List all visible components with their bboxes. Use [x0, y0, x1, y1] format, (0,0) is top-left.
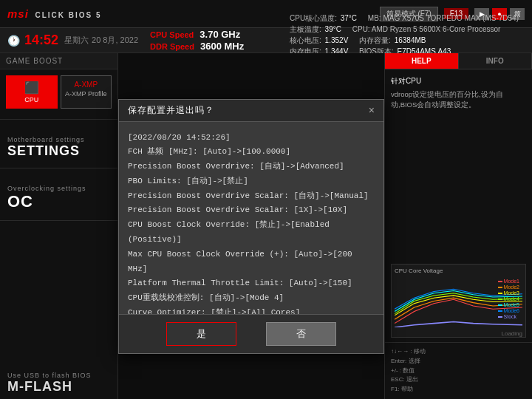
- legend-item: Mode2: [498, 284, 519, 290]
- main-layout: GAME BOOST ⬛ CPU A-XMP A-XMP Profile Mot…: [0, 53, 532, 399]
- legend-item: Mode5: [498, 302, 519, 307]
- ddr-speed-value: 3600 MHz: [200, 41, 244, 52]
- help-title: 针对CPU: [391, 75, 526, 86]
- core-volt-row: 核心电压: 1.352V 内存容量: 16384MB: [290, 35, 519, 46]
- modal-content-line: Precision Boost Overdrive Scalar: [1X]->…: [128, 203, 375, 218]
- nav-hint: +/- : 数值: [391, 366, 526, 376]
- modal-content-line: Precision Boost Overdrive: [自动]->[Advanc…: [128, 160, 375, 174]
- datetime-bar: 🕐 14:52 星期六 20 8月, 2022 CPU Speed 3.70 G…: [0, 28, 532, 53]
- help-text: vdroop设定提电压的百分比,设为自动,BIOS会自动调整设定。: [391, 89, 526, 111]
- cpu-speed-label: CPU Speed: [150, 30, 194, 39]
- modal-content-line: CPU Boost Clock Override: [禁止]->[Enabled…: [128, 218, 375, 248]
- help-tab[interactable]: HELP: [385, 53, 459, 69]
- modal-content-line: [2022/08/20 14:52:26]: [128, 131, 375, 146]
- board-temp-row: 主板温度: 39°C CPU: AMD Ryzen 5 5600X 6-Core…: [290, 24, 519, 35]
- divider-2: [0, 168, 117, 168]
- center-content: 保存配置并退出吗？ × [2022/08/20 14:52:26]FCH 基频 …: [118, 53, 384, 399]
- nav-hint: F1: 帮助: [391, 385, 526, 395]
- current-time: 14:52: [24, 33, 58, 48]
- weekday: 星期六: [64, 35, 89, 46]
- help-info-tabs: HELP INFO: [385, 53, 532, 69]
- cpu-voltage-chart: CPU Core Voltage Mode1Mode2Mode3Mode4Mod…: [391, 264, 526, 338]
- cpu-tab-label: CPU: [10, 96, 54, 103]
- modal-overlay: 保存配置并退出吗？ × [2022/08/20 14:52:26]FCH 基频 …: [118, 53, 384, 399]
- right-panel: HELP INFO 针对CPU vdroop设定提电压的百分比,设为自动,BIO…: [384, 53, 532, 399]
- sidebar: GAME BOOST ⬛ CPU A-XMP A-XMP Profile Mot…: [0, 53, 118, 399]
- modal-content-line: Platform Thermal Throttle Limit: [Auto]-…: [128, 276, 375, 291]
- brand-logo: msi CLICK BIOS 5: [7, 7, 102, 20]
- ddr-speed-label: DDR Speed: [150, 42, 194, 51]
- divider-1: [0, 119, 117, 120]
- clock-icon: 🕐: [7, 35, 20, 47]
- modal-content-line: Precision Boost Overdrive Scalar: [自动]->…: [128, 189, 375, 204]
- nav-hint: ESC: 退出: [391, 375, 526, 385]
- settings-section[interactable]: Motherboard settings SETTINGS: [0, 127, 117, 163]
- cpu-ddr-speeds: CPU Speed 3.70 GHz DDR Speed 3600 MHz: [150, 29, 244, 52]
- nav-hint: Enter: 选择: [391, 357, 526, 366]
- navigation-hints: ↑↓←→ : 移动Enter: 选择+/- : 数值ESC: 退出F1: 帮助: [385, 342, 532, 399]
- flash-label: Use USB to flash BIOS: [7, 372, 110, 379]
- mflash-section[interactable]: Use USB to flash BIOS M-FLASH: [0, 363, 117, 399]
- legend-item: Mode4: [498, 296, 519, 301]
- axmp-icon: A-XMP: [64, 81, 109, 89]
- modal-titlebar: 保存配置并退出吗？ ×: [119, 100, 383, 122]
- cpu-speed-value: 3.70 GHz: [200, 29, 240, 40]
- legend-item: Mode3: [498, 290, 519, 296]
- legend-item: Mode6: [498, 308, 519, 313]
- yes-button[interactable]: 是: [166, 322, 236, 346]
- oc-title: OC: [7, 192, 110, 211]
- divider-3: [0, 220, 117, 221]
- help-content: 针对CPU vdroop设定提电压的百分比,设为自动,BIOS会自动调整设定。: [385, 69, 532, 259]
- nav-hint: ↑↓←→ : 移动: [391, 347, 526, 357]
- cpu-icon: ⬛: [10, 81, 54, 95]
- flash-title: M-FLASH: [7, 379, 110, 395]
- modal-footer: 是 否: [119, 314, 383, 353]
- chart-visualization: Mode1Mode2Mode3Mode4Mode5Mode6Stock: [395, 276, 522, 327]
- game-boost-label: GAME BOOST: [0, 53, 117, 69]
- chart-legend: Mode1Mode2Mode3Mode4Mode5Mode6Stock: [498, 279, 519, 319]
- modal-content-line: Max CPU Boost Clock Override (+): [Auto]…: [128, 248, 375, 277]
- save-exit-modal: 保存配置并退出吗？ × [2022/08/20 14:52:26]FCH 基频 …: [118, 99, 384, 354]
- info-tab[interactable]: INFO: [459, 53, 533, 69]
- modal-content-line: Curve Optimizer: [禁止]->[All Cores]: [128, 306, 375, 313]
- settings-label: Motherboard settings: [7, 136, 110, 143]
- oc-label: Overclocking settings: [7, 185, 110, 192]
- chart-loading-label: Loading: [502, 330, 522, 337]
- legend-item: Stock: [498, 314, 519, 319]
- cpu-tabs: ⬛ CPU A-XMP A-XMP Profile: [0, 69, 117, 115]
- modal-content-line: FCH 基频 [MHz]: [Auto]->[100.0000]: [128, 145, 375, 160]
- cpu-tab[interactable]: ⬛ CPU: [6, 75, 58, 109]
- modal-close-button[interactable]: ×: [369, 104, 375, 116]
- cpu-temp-row: CPU核心温度: 37°C MB: MAG X570S TORPEDO MAX …: [290, 13, 519, 24]
- modal-title: 保存配置并退出吗？: [128, 104, 214, 117]
- no-button[interactable]: 否: [266, 322, 336, 346]
- modal-content-line: PBO Limits: [自动]->[禁止]: [128, 174, 375, 189]
- oc-section[interactable]: Overclocking settings OC: [0, 176, 117, 216]
- axmp-tab-label: A-XMP Profile: [64, 90, 109, 98]
- chart-title: CPU Core Voltage: [395, 267, 522, 274]
- modal-content-line: CPU重载线校准控制: [自动]->[Mode 4]: [128, 291, 375, 306]
- legend-item: Mode1: [498, 279, 519, 284]
- modal-body: [2022/08/20 14:52:26]FCH 基频 [MHz]: [Auto…: [119, 122, 383, 314]
- current-date: 20 8月, 2022: [92, 35, 138, 46]
- axmp-tab[interactable]: A-XMP A-XMP Profile: [61, 75, 112, 109]
- settings-title: SETTINGS: [7, 143, 110, 159]
